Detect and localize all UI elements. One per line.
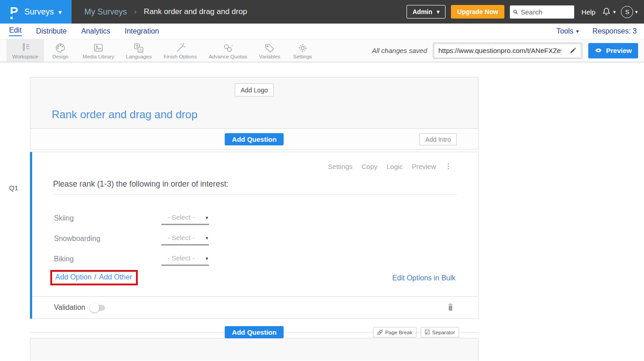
validation-toggle[interactable] [91, 305, 105, 311]
help-link[interactable]: Help [581, 8, 596, 16]
global-search [510, 5, 574, 19]
kebab-menu-icon[interactable] [445, 162, 452, 170]
trash-icon [446, 303, 455, 312]
editor-toolbar: Workspace Design Media Library A Languag… [0, 39, 644, 63]
toolbar-item-workspace[interactable]: Workspace [6, 39, 44, 62]
chevron-down-icon [58, 9, 62, 15]
option-row: Biking - Select - [54, 251, 209, 267]
edit-options-in-bulk-link[interactable]: Edit Options in Bulk [392, 274, 455, 282]
separator-button[interactable]: Separator [421, 327, 459, 337]
question-menu: Settings Copy Logic Preview [328, 162, 452, 170]
topbar-actions: Admin Upgrade Now Help S [407, 5, 644, 19]
links-separator: / [94, 273, 96, 281]
question-card-q1: Settings Copy Logic Preview Please rank … [30, 152, 479, 319]
question-text[interactable]: Please rank (1-3) the following in order… [53, 179, 228, 189]
magic-wand-icon [174, 42, 186, 54]
questionpro-logo-icon: P [10, 5, 20, 19]
question-footer: Validation [32, 296, 478, 318]
chevron-down-icon [205, 236, 209, 241]
rank-select-biking[interactable]: - Select - [161, 252, 209, 266]
page-break-icon [377, 329, 383, 335]
tag-icon [264, 42, 276, 54]
tab-edit[interactable]: Edit [9, 26, 22, 36]
admin-dropdown[interactable]: Admin [407, 5, 445, 19]
question-text-divider [53, 194, 457, 195]
translate-icon: A [133, 42, 145, 54]
page-break-button[interactable]: Page Break [373, 327, 416, 337]
edit-url-button[interactable] [565, 44, 581, 57]
add-option-link[interactable]: Add Option [55, 273, 92, 281]
svg-text:A: A [140, 48, 142, 52]
palette-icon [54, 42, 66, 54]
question-logic-link[interactable]: Logic [387, 163, 403, 170]
question-copy-link[interactable]: Copy [362, 163, 378, 170]
save-status: All changes saved [372, 47, 427, 54]
rank-select-snowboarding[interactable]: - Select - [161, 232, 209, 245]
tab-integration[interactable]: Integration [125, 27, 159, 35]
add-option-annotation-box: Add Option / Add Other [50, 270, 138, 285]
upgrade-now-button[interactable]: Upgrade Now [451, 5, 504, 19]
add-intro-button[interactable]: Add Intro [419, 133, 457, 145]
chain-links-icon [222, 42, 234, 54]
pencil-icon [569, 47, 576, 54]
chevron-down-icon [576, 29, 579, 34]
bell-icon [601, 6, 612, 17]
option-label-biking[interactable]: Biking [54, 255, 161, 263]
breadcrumb: My Surveys › Rank order and drag and dro… [84, 7, 247, 17]
breadcrumb-my-surveys[interactable]: My Surveys [84, 7, 127, 17]
responses-count-link[interactable]: Responses: 3 [592, 27, 637, 35]
tab-analytics[interactable]: Analytics [81, 27, 110, 35]
tab-distribute[interactable]: Distribute [36, 27, 67, 35]
survey-canvas: Add Logo Rank order and drag and drop Ad… [30, 77, 479, 361]
eye-icon [595, 47, 602, 54]
app-root: P Surveys My Surveys › Rank order and dr… [0, 0, 644, 361]
avatar: S [621, 6, 633, 18]
question-settings-link[interactable]: Settings [328, 163, 353, 170]
toolbar-item-advance-quotas[interactable]: Advance Quotas [203, 39, 253, 62]
survey-nav: Edit Distribute Analytics Integration To… [0, 24, 644, 39]
option-label-skiing[interactable]: Skiing [54, 214, 161, 222]
question-preview-link[interactable]: Preview [412, 163, 436, 170]
admin-label: Admin [412, 8, 432, 15]
add-other-link[interactable]: Add Other [99, 273, 132, 281]
product-switcher[interactable]: P Surveys [0, 0, 72, 24]
chevron-down-icon [613, 10, 616, 14]
checkbox-checked-icon [425, 329, 430, 335]
add-question-button-bottom[interactable]: Add Question [225, 326, 284, 338]
next-section-card [30, 338, 479, 361]
add-question-button-top[interactable]: Add Question [225, 133, 284, 145]
survey-title[interactable]: Rank order and drag and drop [52, 108, 198, 121]
survey-url-box [433, 43, 582, 59]
validation-label: Validation [54, 303, 85, 312]
preview-button[interactable]: Preview [588, 43, 638, 58]
survey-url-input[interactable] [435, 44, 565, 57]
add-question-row-bottom: Add Question Page Break Separator [30, 319, 479, 338]
survey-header-card: Add Logo Rank order and drag and drop [30, 77, 479, 129]
option-row: Skiing - Select - [54, 210, 209, 226]
toolbar-item-media-library[interactable]: Media Library [77, 39, 120, 62]
tools-dropdown[interactable]: Tools [557, 27, 579, 35]
toolbar-item-finish-options[interactable]: Finish Options [158, 39, 203, 62]
chevron-down-icon [437, 9, 440, 14]
option-label-snowboarding[interactable]: Snowboarding [54, 235, 161, 243]
question-number-label: Q1 [9, 184, 18, 192]
add-logo-button[interactable]: Add Logo [235, 83, 274, 96]
option-row: Snowboarding - Select - [54, 231, 209, 247]
toolbar-item-design[interactable]: Design [44, 39, 77, 62]
toolbar-item-languages[interactable]: A Languages [120, 39, 158, 62]
topbar: P Surveys My Surveys › Rank order and dr… [0, 0, 644, 24]
search-input[interactable] [521, 8, 571, 16]
chevron-down-icon [205, 216, 209, 220]
chevron-down-icon [205, 256, 209, 261]
product-label: Surveys [24, 7, 54, 17]
gear-icon [297, 42, 309, 54]
breadcrumb-current-survey: Rank order and drag and drop [144, 7, 247, 16]
toolbar-item-settings[interactable]: Settings [286, 39, 319, 62]
account-menu[interactable]: S [621, 6, 638, 18]
notifications-menu[interactable] [601, 6, 616, 17]
add-question-row-top: Add Question Add Intro [30, 128, 479, 149]
delete-question-button[interactable] [446, 303, 455, 313]
rank-select-skiing[interactable]: - Select - [161, 212, 209, 225]
chevron-down-icon [635, 10, 638, 14]
toolbar-item-variables[interactable]: Variables [253, 39, 286, 62]
